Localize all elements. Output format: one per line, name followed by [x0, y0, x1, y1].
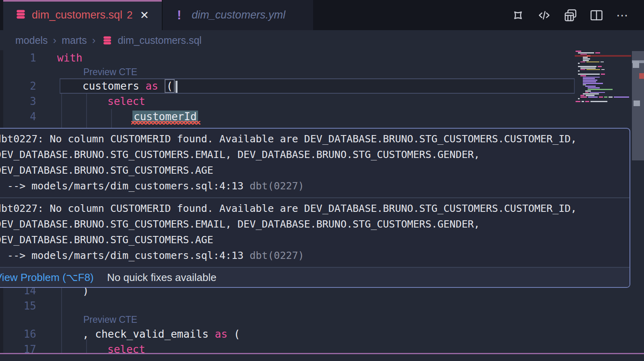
line-number: 16 [0, 326, 36, 342]
identifier: customers [83, 80, 139, 92]
no-quick-fixes-label: No quick fixes available [107, 268, 217, 287]
error-message-line: DEV_DATABASE.BRUNO.STG_CUSTOMERS.EMAIL, … [0, 216, 630, 232]
breadcrumb-models[interactable]: models [15, 35, 48, 46]
code-line-2[interactable]: customers as ( [83, 78, 178, 94]
database-icon [15, 9, 26, 21]
line-number: 4 [0, 109, 36, 124]
tab-label: dim_customers.sql [32, 9, 122, 21]
vscode-workbench: { "tabs": { "active": { "label": "dim_cu… [0, 0, 644, 361]
error-message-line: dbt0227: No column CUSTOMERID found. Ava… [0, 131, 630, 147]
database-icon [101, 35, 112, 46]
code-line-3[interactable]: select [107, 94, 145, 109]
error-message-line: dbt0227: No column CUSTOMERID found. Ava… [0, 201, 630, 216]
tab-dim-customers-sql[interactable]: dim_customers.sql 2 ✕ [3, 0, 162, 30]
error-message-block-2: dbt0227: No column CUSTOMERID found. Ava… [0, 198, 630, 267]
code-line-17[interactable]: select [107, 342, 145, 357]
breadcrumb-file[interactable]: dim_customers.sql [118, 35, 201, 46]
keyword: as [139, 80, 165, 92]
view-problem-link[interactable]: View Problem (⌥F8) [0, 268, 94, 287]
error-message-line: DEV_DATABASE.BRUNO.STG_CUSTOMERS.AGE [0, 232, 630, 248]
error-message-location: --> models/marts/dim_customers.sql:4:13 … [0, 178, 630, 194]
keyword: as [208, 328, 234, 340]
ellipsis-icon: ⋯ [616, 8, 629, 22]
line-number: 17 [0, 342, 36, 357]
dbt-logo-icon [511, 8, 525, 23]
tab-label: dim_customers.yml [192, 9, 285, 21]
codelens-preview-cte[interactable]: Preview CTE [83, 313, 137, 326]
compiled-sql-button[interactable] [537, 8, 552, 23]
error-message-block-1: dbt0227: No column CUSTOMERID found. Ava… [0, 129, 630, 197]
breadcrumb: models › marts › dim_customers.sql [0, 30, 644, 50]
keyword: select [107, 95, 145, 107]
error-message-line: DEV_DATABASE.BRUNO.STG_CUSTOMERS.EMAIL, … [0, 147, 630, 162]
error-file-location: --> models/marts/dim_customers.sql:4:13 [0, 250, 250, 261]
editor-actions: ⋯ [510, 0, 630, 30]
chevron-right-icon: › [92, 34, 96, 47]
error-hover-popup: dbt0227: No column CUSTOMERID found. Ava… [0, 128, 630, 288]
tab-bar: dim_customers.sql 2 ✕ ! dim_customers.ym… [0, 0, 644, 30]
query-results-button[interactable] [563, 8, 578, 23]
code-line-1[interactable]: with [57, 50, 83, 66]
split-editor-icon [589, 8, 604, 23]
indent-guide [61, 288, 62, 353]
table-copy-icon [563, 8, 578, 23]
line-number: 1 [0, 50, 36, 66]
line-number: 3 [0, 94, 36, 109]
text-cursor [175, 81, 178, 93]
warning-icon: ! [177, 8, 181, 23]
indent-guide [61, 94, 62, 128]
tab-problems-badge: 2 [127, 9, 132, 21]
keyword: with [57, 52, 83, 64]
scrollbar-slider[interactable] [632, 51, 644, 160]
error-squiggly-underline [131, 121, 200, 125]
indent-guide [86, 94, 87, 128]
split-editor-button[interactable] [589, 8, 604, 23]
close-icon[interactable]: ✕ [140, 9, 149, 22]
chevron-right-icon: › [53, 34, 57, 47]
error-source-code: dbt(0227) [250, 250, 304, 261]
line-number: 15 [0, 298, 36, 314]
bracket-match: ( [165, 79, 175, 93]
error-source-code: dbt(0227) [250, 180, 304, 192]
panel-top-divider [0, 353, 644, 354]
code-line-16[interactable]: , check_valid_emails as ( [83, 326, 240, 342]
tab-dim-customers-yml[interactable]: ! dim_customers.yml [162, 0, 313, 30]
more-actions-button[interactable]: ⋯ [615, 8, 630, 23]
error-message-location: --> models/marts/dim_customers.sql:4:13 … [0, 248, 630, 263]
bracket: ( [234, 328, 240, 340]
dbt-power-user-button[interactable] [510, 8, 526, 23]
codelens-preview-cte[interactable]: Preview CTE [83, 66, 137, 78]
identifier: , check_valid_emails [83, 328, 208, 340]
code-icon [537, 8, 551, 23]
indent-guide [111, 109, 112, 128]
line-number: 2 [0, 78, 36, 94]
active-tab-accent-line [3, 0, 162, 2]
error-file-location: --> models/marts/dim_customers.sql:4:13 [0, 180, 250, 192]
error-message-line: DEV_DATABASE.BRUNO.STG_CUSTOMERS.AGE [0, 162, 630, 178]
breadcrumb-marts[interactable]: marts [62, 35, 87, 46]
popup-status-bar: View Problem (⌥F8) No quick fixes availa… [0, 268, 630, 287]
